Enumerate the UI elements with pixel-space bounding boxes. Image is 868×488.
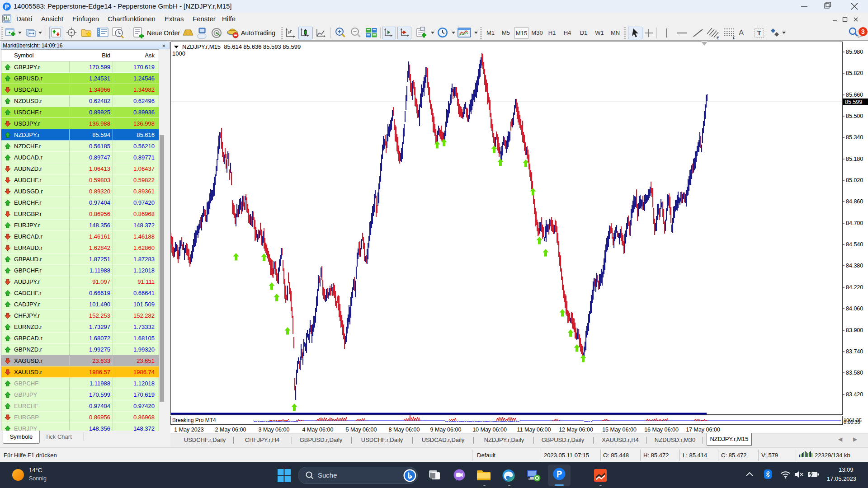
svg-text:4 May 06:00: 4 May 06:00 (302, 427, 334, 433)
svg-text:85.180: 85.180 (846, 156, 863, 162)
svg-text:5 May 06:00: 5 May 06:00 (346, 427, 377, 433)
svg-text:85.820: 85.820 (846, 70, 863, 76)
svg-text:84.220: 84.220 (846, 284, 863, 291)
svg-text:85.660: 85.660 (846, 92, 863, 98)
svg-text:84.700: 84.700 (846, 220, 863, 226)
svg-text:8 May 06:00: 8 May 06:00 (389, 427, 420, 433)
svg-text:Breaking Pro MT4: Breaking Pro MT4 (172, 417, 216, 423)
svg-text:9 May 06:00: 9 May 06:00 (430, 427, 462, 433)
svg-text:15 May 06:00: 15 May 06:00 (602, 427, 637, 433)
svg-text:NZDJPY.r,M15 85.614 85.636 85: NZDJPY.r,M15 85.614 85.636 85.593 85.599 (182, 43, 301, 50)
svg-text:2 May 06:00: 2 May 06:00 (215, 427, 246, 433)
svg-text:83.580: 83.580 (846, 370, 863, 376)
svg-text:10 May 06:00: 10 May 06:00 (472, 427, 507, 433)
svg-text:84.860: 84.860 (846, 198, 863, 205)
svg-text:17 May 06:00: 17 May 06:00 (686, 427, 720, 433)
svg-text:85.599: 85.599 (845, 99, 862, 105)
svg-text:12 May 06:00: 12 May 06:00 (559, 427, 593, 433)
svg-text:85.980: 85.980 (846, 49, 863, 55)
svg-text:83.420: 83.420 (846, 391, 863, 398)
svg-text:84.380: 84.380 (846, 263, 863, 269)
svg-text:83.900: 83.900 (846, 327, 863, 333)
svg-text:84.540: 84.540 (846, 241, 863, 248)
svg-text:0.00.35: 0.00.35 (844, 419, 860, 425)
svg-text:16 May 06:00: 16 May 06:00 (644, 427, 679, 433)
svg-text:1000: 1000 (172, 50, 185, 57)
svg-text:11 May 06:00: 11 May 06:00 (517, 427, 551, 433)
svg-text:1 May 2023: 1 May 2023 (174, 427, 203, 433)
svg-text:85.020: 85.020 (846, 177, 863, 183)
svg-text:85.340: 85.340 (846, 134, 863, 141)
svg-text:84.060: 84.060 (846, 305, 863, 312)
svg-text:83.740: 83.740 (846, 348, 863, 355)
svg-text:3 May 06:00: 3 May 06:00 (259, 427, 290, 433)
svg-text:85.500: 85.500 (846, 113, 863, 119)
